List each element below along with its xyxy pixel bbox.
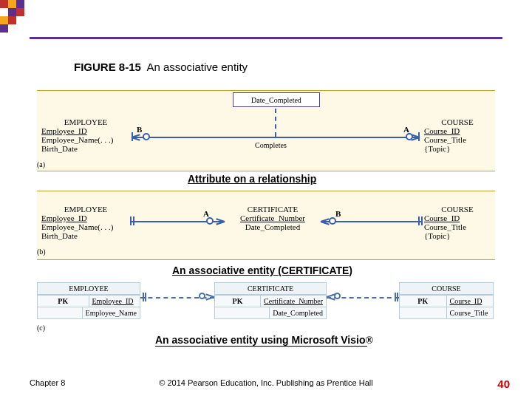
end-label-b: B: [137, 125, 142, 134]
ring-icon: [406, 133, 413, 140]
ring-icon: [206, 217, 214, 225]
dashed-link: [275, 109, 276, 137]
pk-label: PK: [215, 295, 261, 307]
course-pk: Course_ID: [424, 126, 460, 135]
course-attr: Course_Title: [447, 307, 494, 318]
entity-name: CERTIFICATE: [215, 283, 326, 295]
tick: [418, 216, 420, 225]
tick: [421, 216, 423, 225]
course-attr: {Topic}: [424, 231, 450, 240]
tick: [395, 293, 396, 301]
tick: [133, 216, 134, 225]
certificate-attr: Date_Completed: [245, 222, 301, 231]
figure-title: FIGURE 8-15 An associative entity: [74, 61, 248, 73]
caption-c: An associative entity using Microsoft Vi…: [155, 334, 373, 347]
employee-attr: Birth_Date: [41, 231, 78, 240]
entity-name: COURSE: [400, 283, 493, 295]
certificate-entity: CERTIFICATE Certificate_Number Date_Comp…: [228, 205, 318, 231]
entity-name: COURSE: [424, 205, 491, 214]
diagram-b-tag: (b): [37, 248, 46, 256]
employee-attr: Employee_Name: [83, 307, 140, 318]
ring-icon: [199, 293, 205, 299]
employee-entity: EMPLOYEE Employee_ID Employee_Name(. . .…: [41, 205, 130, 240]
copyright: © 2014 Pearson Education, Inc. Publishin…: [0, 378, 532, 387]
entity-name: CERTIFICATE: [228, 205, 318, 214]
course-attr: Course_Title: [424, 222, 466, 231]
pk-label: PK: [400, 295, 447, 307]
caption-c-underline: [155, 346, 367, 347]
page-number: 40: [497, 378, 510, 390]
course-entity: COURSE Course_ID Course_Title {Topic}: [424, 205, 491, 240]
rel-attr-box: Date_Completed: [233, 92, 320, 107]
crowfoot: [321, 221, 330, 222]
certificate-pk: Certificate_Number: [240, 214, 305, 222]
course-entity: COURSE Course_ID Course_Title {Topic}: [424, 117, 491, 153]
certificate-pk: Certificate_Number: [264, 297, 323, 305]
figure-label: FIGURE 8-15: [74, 61, 141, 73]
diagram-c-tag: (c): [37, 324, 45, 332]
visio-certificate: CERTIFICATE PKCertificate_Number Date_Co…: [214, 282, 327, 319]
employee-pk: Employee_ID: [41, 214, 87, 222]
course-pk: Course_ID: [450, 297, 482, 305]
tick: [418, 132, 420, 141]
tick: [130, 216, 132, 225]
tick: [145, 293, 146, 301]
ring-icon: [143, 133, 150, 140]
course-pk: Course_ID: [424, 214, 460, 222]
entity-name: EMPLOYEE: [41, 205, 130, 214]
entity-name: EMPLOYEE: [41, 117, 130, 126]
tick: [397, 293, 398, 301]
rel-line: [133, 137, 420, 138]
visio-employee: EMPLOYEE PKEmployee_ID Employee_Name: [37, 282, 140, 319]
employee-attr: Employee_Name(. . .): [41, 135, 113, 144]
course-attr: {Topic}: [424, 144, 450, 153]
pk-label: PK: [38, 295, 89, 307]
entity-name: EMPLOYEE: [38, 283, 140, 295]
diagram-c: EMPLOYEE PKEmployee_ID Employee_Name CER…: [37, 278, 495, 335]
tick: [132, 132, 133, 141]
employee-entity: EMPLOYEE Employee_ID Employee_Name(. . .…: [41, 117, 130, 153]
visio-course: COURSE PKCourse_ID Course_Title: [399, 282, 494, 319]
diagrams: Date_Completed A B Completes EMPLOYEE Em…: [37, 90, 495, 335]
employee-attr: Birth_Date: [41, 144, 78, 153]
tick: [143, 293, 144, 301]
diagram-b: A B EMPLOYEE Employee_ID Employee_Name(.…: [37, 191, 495, 260]
header-rule: [30, 37, 502, 39]
rel-name: Completes: [255, 141, 287, 149]
diagram-a-tag: (a): [37, 160, 45, 168]
diagram-a: Date_Completed A B Completes EMPLOYEE Em…: [37, 90, 495, 171]
end-label-a: A: [403, 125, 409, 134]
crowfoot: [216, 221, 225, 222]
figure-name: An associative entity: [146, 61, 248, 73]
certificate-attr: Date_Completed: [270, 307, 326, 318]
logo-icon: [0, 0, 33, 33]
end-label-a: A: [203, 209, 209, 218]
entity-name: COURSE: [424, 117, 491, 126]
employee-pk: Employee_ID: [41, 126, 87, 135]
caption-a: Attribute on a relationship: [188, 173, 316, 185]
employee-pk: Employee_ID: [92, 297, 134, 305]
ring-icon: [329, 217, 336, 225]
course-attr: Course_Title: [424, 135, 466, 144]
caption-b: An associative entity (CERTIFICATE): [172, 265, 352, 276]
end-label-b: B: [335, 209, 341, 218]
employee-attr: Employee_Name(. . .): [41, 222, 113, 231]
